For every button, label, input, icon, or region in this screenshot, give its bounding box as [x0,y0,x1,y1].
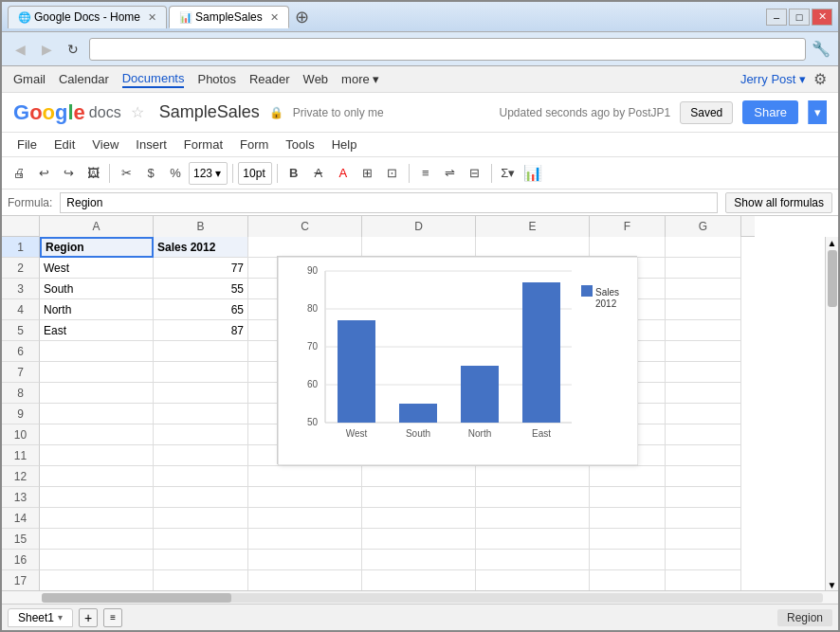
cell-a14[interactable] [40,508,154,529]
cell-a15[interactable] [40,529,154,550]
cell-d16[interactable] [362,550,476,570]
cell-f17[interactable] [590,570,666,590]
cell-a17[interactable] [40,570,154,590]
close-tab-2[interactable]: ✕ [270,11,279,24]
tab-samplesales[interactable]: 📊 SampleSales ✕ [169,6,289,28]
col-header-a[interactable]: A [40,216,154,237]
cell-c1[interactable] [248,237,362,258]
nav-photos[interactable]: Photos [197,72,235,86]
cell-g7[interactable] [666,362,741,383]
cell-e12[interactable] [476,466,590,487]
sheet-dropdown-icon[interactable]: ▾ [58,612,63,623]
cell-b12[interactable] [154,466,248,487]
cell-c17[interactable] [248,570,362,590]
undo-icon[interactable]: ↩ [32,162,55,185]
cell-d15[interactable] [362,529,476,550]
cell-b13[interactable] [154,487,248,508]
sheet1-tab[interactable]: Sheet1 ▾ [8,608,73,627]
cell-f1[interactable] [590,237,666,258]
cell-c15[interactable] [248,529,362,550]
cell-a13[interactable] [40,487,154,508]
user-name[interactable]: Jerry Post ▾ [740,72,806,86]
cell-d17[interactable] [362,570,476,590]
cell-e1[interactable] [476,237,590,258]
cell-b16[interactable] [154,550,248,570]
col-header-g[interactable]: G [666,216,741,237]
cell-b4[interactable]: 65 [154,299,248,320]
forward-button[interactable]: ▶ [36,39,57,60]
cell-d12[interactable] [362,466,476,487]
scroll-thumb[interactable] [828,250,837,307]
image-icon[interactable]: 🖼 [82,162,104,185]
cell-b6[interactable] [154,341,248,362]
document-title[interactable]: SampleSales [159,102,260,122]
cell-d14[interactable] [362,508,476,529]
cell-e17[interactable] [476,570,590,590]
currency-icon[interactable]: $ [139,162,162,185]
scroll-up-button[interactable]: ▲ [826,237,838,248]
cell-f13[interactable] [590,487,666,508]
cell-b8[interactable] [154,383,248,404]
format-dropdown[interactable]: 123 ▾ [189,162,228,185]
horizontal-scrollbar[interactable] [2,590,838,604]
share-button[interactable]: Share [742,100,798,124]
cell-f15[interactable] [590,529,666,550]
cell-g16[interactable] [666,550,741,570]
nav-more[interactable]: more ▾ [341,72,379,86]
cell-b1[interactable]: Sales 2012 [154,237,248,258]
nav-calendar[interactable]: Calendar [59,72,109,86]
menu-tools[interactable]: Tools [278,135,321,153]
nav-web[interactable]: Web [303,72,329,86]
cell-a3[interactable]: South [40,279,154,299]
col-header-e[interactable]: E [476,216,590,237]
cell-a10[interactable] [40,424,154,445]
cell-a1[interactable]: Region [40,237,154,258]
cell-b9[interactable] [154,404,248,424]
freeze-button[interactable]: ⊟ [464,162,486,185]
cell-c14[interactable] [248,508,362,529]
menu-file[interactable]: File [9,135,45,153]
cell-g12[interactable] [666,466,741,487]
new-tab-button[interactable]: ⊕ [291,6,314,28]
cell-b15[interactable] [154,529,248,550]
cell-b7[interactable] [154,362,248,383]
menu-view[interactable]: View [84,135,126,153]
wrap-button[interactable]: ⇌ [439,162,462,185]
cell-a2[interactable]: West [40,258,154,279]
cell-b3[interactable]: 55 [154,279,248,299]
text-color-button[interactable]: A [332,162,355,185]
maximize-button[interactable]: □ [789,9,810,26]
cell-f14[interactable] [590,508,666,529]
cell-d13[interactable] [362,487,476,508]
grid-view-button[interactable]: ≡ [103,608,122,627]
scroll-down-button[interactable]: ▼ [826,579,838,590]
menu-edit[interactable]: Edit [46,135,82,153]
nav-reader[interactable]: Reader [249,72,290,86]
account-settings-icon[interactable]: ⚙ [813,70,827,88]
cell-g10[interactable] [666,424,741,445]
sum-button[interactable]: Σ▾ [497,162,520,185]
saved-button[interactable]: Saved [680,101,733,124]
cell-b5[interactable]: 87 [154,320,248,341]
cell-e16[interactable] [476,550,590,570]
star-icon[interactable]: ☆ [131,103,144,121]
chart-area[interactable]: 90 80 70 60 [277,256,637,464]
scissors-icon[interactable]: ✂ [115,162,137,185]
cell-a12[interactable] [40,466,154,487]
close-tab-1[interactable]: ✕ [148,11,156,24]
merge-button[interactable]: ⊡ [381,162,404,185]
add-sheet-button[interactable]: + [79,608,98,627]
cell-c13[interactable] [248,487,362,508]
borders-button[interactable]: ⊞ [356,162,379,185]
h-scroll-track[interactable] [42,593,823,603]
cell-g1[interactable] [666,237,741,258]
cell-a4[interactable]: North [40,299,154,320]
cell-a7[interactable] [40,362,154,383]
bold-button[interactable]: B [283,162,305,185]
chart-button[interactable]: 📊 [521,162,544,185]
cell-g17[interactable] [666,570,741,590]
h-scroll-thumb[interactable] [42,593,231,603]
cell-g2[interactable] [666,258,741,279]
share-dropdown-button[interactable]: ▾ [808,100,827,124]
redo-icon[interactable]: ↪ [57,162,80,185]
